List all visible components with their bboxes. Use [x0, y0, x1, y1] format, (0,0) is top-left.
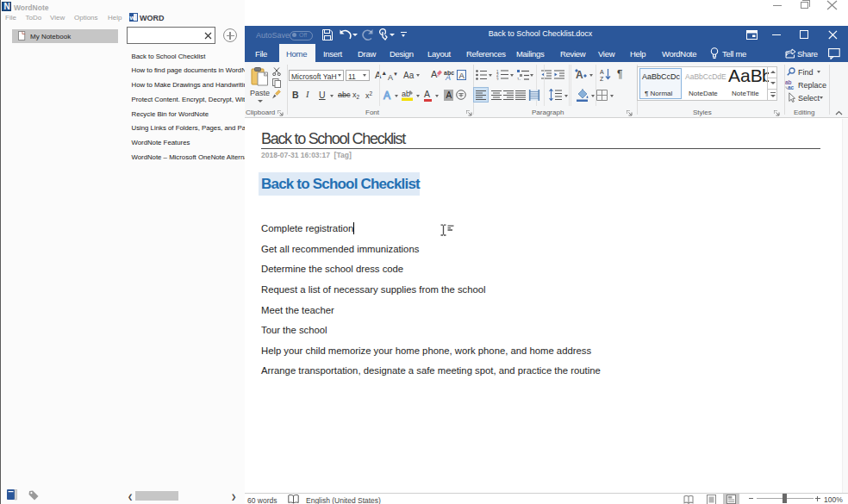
svg-text:A: A	[383, 90, 390, 101]
svg-text:1-: 1-	[517, 78, 521, 81]
svg-text:3: 3	[496, 78, 499, 81]
svg-text:Z: Z	[600, 76, 604, 82]
svg-text:ac: ac	[788, 84, 795, 90]
svg-text:A: A	[431, 69, 438, 79]
svg-text:w: w	[129, 14, 136, 22]
svg-text:A: A	[445, 73, 451, 80]
svg-text:ab: ab	[402, 90, 410, 98]
svg-text:A: A	[600, 69, 604, 75]
